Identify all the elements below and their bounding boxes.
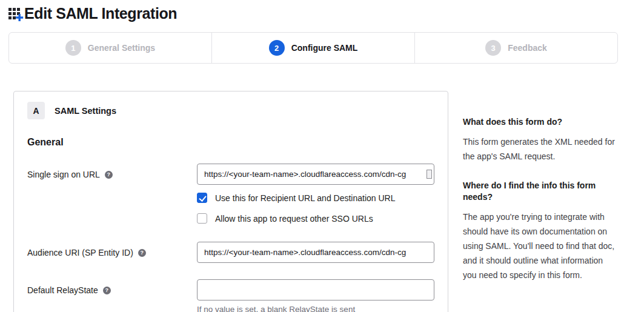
recipient-url-checkbox-label: Use this for Recipient URL and Destinati… [215,193,396,203]
page-title: Edit SAML Integration [24,5,177,22]
other-sso-checkbox[interactable] [197,213,207,224]
audience-uri-input-wrap [197,242,434,263]
wizard-stepper: 1 General Settings 2 Configure SAML 3 Fe… [8,32,618,64]
relay-state-input[interactable] [197,279,434,300]
help-question-1: What does this form do? [463,116,616,128]
sso-url-input-wrap [197,164,434,185]
step-label: Configure SAML [291,43,358,53]
audience-uri-label-cell: Audience URI (SP Entity ID) ? [27,242,197,257]
relay-state-hint: If no value is set, a blank RelayState i… [197,305,434,312]
help-answer-2: The app you're trying to integrate with … [463,210,616,282]
other-sso-checkbox-row: Allow this app to request other SSO URLs [197,213,448,224]
panel-header: A SAML Settings [27,102,448,119]
audience-uri-row: Audience URI (SP Entity ID) ? [27,242,448,263]
panel-title: SAML Settings [55,106,116,116]
audience-uri-label: Audience URI (SP Entity ID) [27,248,133,257]
sso-url-row: Single sign on URL ? [27,164,448,185]
sso-url-label-cell: Single sign on URL ? [27,164,197,179]
sso-url-input[interactable] [197,164,434,185]
relay-state-row: Default RelayState ? If no value is set,… [27,279,448,312]
main-content: A SAML Settings General Single sign on U… [13,91,644,312]
recipient-url-checkbox[interactable] [197,193,207,203]
general-section-title: General [27,137,448,148]
help-answer-1: This form generates the XML needed for t… [463,134,616,164]
step-number-badge: 3 [485,40,501,56]
saml-settings-panel: A SAML Settings General Single sign on U… [13,91,448,312]
relay-state-label-cell: Default RelayState ? [27,279,197,295]
step-feedback[interactable]: 3 Feedback [415,33,617,63]
section-a-badge: A [27,102,45,119]
step-label: General Settings [88,43,155,53]
app-grid-add-icon [8,5,24,22]
step-general-settings[interactable]: 1 General Settings [9,33,212,63]
page-header: Edit SAML Integration [0,0,644,22]
step-number-badge: 2 [269,40,285,56]
relay-state-label: Default RelayState [27,285,98,295]
sso-url-label: Single sign on URL [27,170,100,179]
help-icon[interactable]: ? [103,287,111,294]
help-icon[interactable]: ? [138,249,146,257]
step-configure-saml[interactable]: 2 Configure SAML [212,33,415,63]
help-question-2: Where do I find the info this form needs… [463,180,616,203]
audience-uri-input[interactable] [197,242,434,263]
other-sso-checkbox-label: Allow this app to request other SSO URLs [215,214,373,224]
relay-state-input-wrap: If no value is set, a blank RelayState i… [197,279,434,312]
step-number-badge: 1 [65,40,81,56]
step-label: Feedback [508,43,547,53]
help-sidebar: What does this form do? This form genera… [463,91,616,282]
help-icon[interactable]: ? [105,171,113,179]
recipient-url-checkbox-row: Use this for Recipient URL and Destinati… [197,193,448,203]
text-cursor [427,170,432,179]
